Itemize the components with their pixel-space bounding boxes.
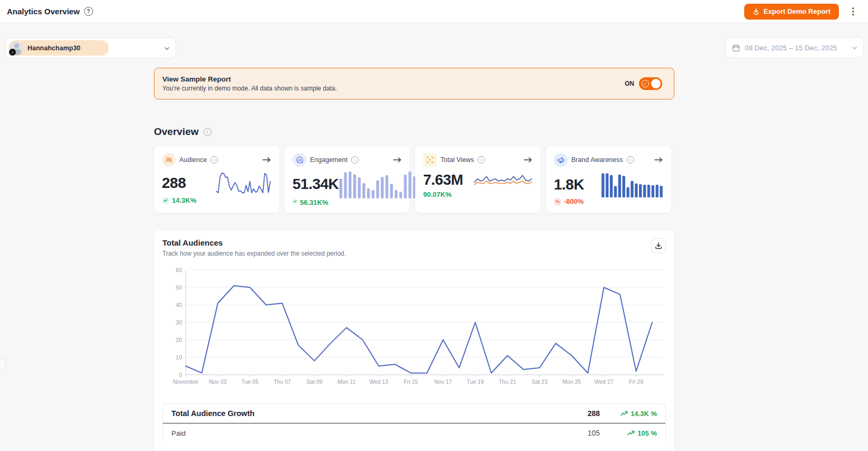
arrow-right-icon[interactable] <box>393 157 402 163</box>
section-subtitle: Track how your audience has expanded ove… <box>162 250 346 257</box>
table-row[interactable]: Paid 105 105 % <box>163 423 665 443</box>
card-value: 51.34K <box>293 176 339 193</box>
row-change: 14.3K % <box>600 410 657 418</box>
audience-sparkline <box>215 172 271 194</box>
megaphone-icon <box>554 153 568 167</box>
svg-text:60: 60 <box>176 267 182 273</box>
row-label: Paid <box>171 429 558 437</box>
sample-report-toggle[interactable]: ✓ <box>639 77 662 90</box>
info-icon[interactable]: i <box>627 156 634 164</box>
banner-title: View Sample Report <box>162 75 337 83</box>
avatar: ♪ <box>10 41 23 55</box>
svg-text:Sat 23: Sat 23 <box>532 378 548 385</box>
trend-up-icon <box>620 411 628 416</box>
svg-text:Fri 29: Fri 29 <box>629 378 643 385</box>
svg-text:Wed 27: Wed 27 <box>595 378 614 385</box>
account-name: Hannahchamp30 <box>28 44 80 52</box>
calendar-icon <box>732 44 740 52</box>
row-value: 105 <box>558 429 600 437</box>
change-indicator: 56.31K% <box>293 199 402 206</box>
row-label: Total Audience Growth <box>171 409 558 418</box>
svg-text:20: 20 <box>176 337 182 343</box>
card-label: Audience <box>179 156 207 164</box>
change-indicator: 14.3K% <box>162 196 271 204</box>
svg-text:Mon 25: Mon 25 <box>562 378 581 385</box>
row-change: 105 % <box>600 429 657 437</box>
help-icon[interactable]: ? <box>84 7 93 16</box>
svg-text:Fri 15: Fri 15 <box>404 378 418 385</box>
check-icon: ✓ <box>642 80 649 87</box>
toolbar-row: ♪ Hannahchamp30 09 Dec, 2025 – 15 Dec, 2… <box>5 38 864 58</box>
change-indicator: 90.07K% <box>423 191 533 199</box>
page-title: Analytics Overview <box>7 7 80 16</box>
card-value: 1.8K <box>554 177 584 193</box>
toggle-on-label: ON <box>625 80 634 87</box>
svg-text:0: 0 <box>179 372 182 378</box>
sample-report-banner: View Sample Report You're currently in d… <box>154 68 674 100</box>
overview-heading: Overview <box>154 126 199 138</box>
trend-up-icon <box>162 197 169 204</box>
total-audiences-card: Total Audiences Track how your audience … <box>154 230 674 451</box>
svg-text:Thu 21: Thu 21 <box>499 378 516 385</box>
sidebar-collapse-handle[interactable] <box>0 358 6 371</box>
account-selector[interactable]: ♪ Hannahchamp30 <box>5 38 176 58</box>
audience-growth-line-chart: 0102030405060NovemberNov 03Tue 05Thu 07S… <box>162 265 666 393</box>
svg-text:40: 40 <box>176 302 182 308</box>
info-icon[interactable]: i <box>351 156 359 164</box>
arrow-right-icon[interactable] <box>524 157 533 163</box>
overview-cards: Audience i 288 14.3K% <box>154 146 674 213</box>
arrow-right-icon[interactable] <box>262 157 271 163</box>
info-icon[interactable]: i <box>211 156 218 164</box>
svg-text:Nov 17: Nov 17 <box>434 378 452 385</box>
chevron-down-icon <box>852 45 857 50</box>
row-value: 288 <box>558 409 600 418</box>
trend-down-icon <box>554 198 561 205</box>
svg-text:10: 10 <box>176 354 182 360</box>
svg-text:Wed 13: Wed 13 <box>369 378 388 385</box>
download-icon <box>655 242 662 249</box>
total-views-card[interactable]: Total Views i 7.63M 90.07K% <box>415 146 541 213</box>
info-icon[interactable]: i <box>204 128 212 136</box>
chevron-down-icon <box>164 46 169 51</box>
section-title: Total Audiences <box>162 238 346 247</box>
change-indicator: -800% <box>554 197 663 205</box>
date-range-text: 09 Dec, 2025 – 15 Dec, 2025 <box>745 44 837 52</box>
card-value: 288 <box>162 175 186 192</box>
svg-text:Sat 09: Sat 09 <box>306 378 323 385</box>
banner-subtitle: You're currently in demo mode. All data … <box>162 85 337 92</box>
arrow-right-icon[interactable] <box>654 157 663 163</box>
account-pill: ♪ Hannahchamp30 <box>8 40 109 56</box>
date-range-picker[interactable]: 09 Dec, 2025 – 15 Dec, 2025 <box>725 38 864 58</box>
audience-growth-table: Total Audience Growth 288 14.3K % Paid 1… <box>162 403 666 443</box>
svg-text:Mon 11: Mon 11 <box>337 378 355 385</box>
engagement-sparkline <box>339 170 417 199</box>
toggle-knob <box>651 79 661 88</box>
export-demo-report-button[interactable]: Export Demo Report <box>744 4 839 20</box>
engagement-card[interactable]: Engagement i 51.34K 56.31K% <box>285 146 410 213</box>
info-icon[interactable]: i <box>478 156 485 164</box>
brand-awareness-sparkline <box>601 172 663 197</box>
card-label: Total Views <box>441 156 474 164</box>
audience-people-icon <box>162 153 176 167</box>
card-value: 7.63M <box>423 172 463 188</box>
card-label: Engagement <box>310 156 348 164</box>
brand-awareness-card[interactable]: Brand Awareness i 1.8K -800% <box>546 146 671 213</box>
svg-text:Tue 19: Tue 19 <box>467 378 483 385</box>
more-options-kebab-icon[interactable]: ⋮ <box>846 6 860 17</box>
svg-text:Nov 03: Nov 03 <box>209 378 226 385</box>
views-focus-icon <box>423 153 437 167</box>
engagement-bubble-icon <box>293 153 306 167</box>
svg-text:November: November <box>173 378 199 385</box>
svg-text:Thu 07: Thu 07 <box>273 378 291 385</box>
table-row[interactable]: Total Audience Growth 288 14.3K % <box>163 404 665 423</box>
card-label: Brand Awareness <box>571 156 623 164</box>
app-header: Analytics Overview ? Export Demo Report … <box>0 0 868 23</box>
svg-text:50: 50 <box>176 284 182 291</box>
trend-up-icon <box>627 430 635 436</box>
svg-text:Tue 05: Tue 05 <box>241 378 258 385</box>
svg-text:30: 30 <box>176 319 182 326</box>
download-chart-button[interactable] <box>651 238 666 253</box>
tiktok-icon: ♪ <box>9 49 16 56</box>
total-views-sparkline <box>473 172 533 188</box>
audience-card[interactable]: Audience i 288 14.3K% <box>154 146 279 213</box>
